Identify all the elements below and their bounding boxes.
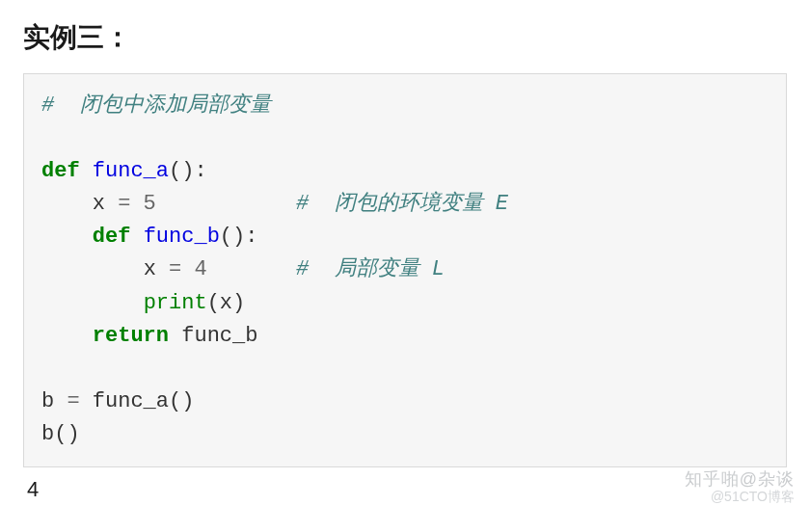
watermark-text: @51CTO博客 [711, 489, 795, 506]
code-var: x [220, 291, 232, 315]
code-op: = [118, 192, 130, 216]
code-comment: # 闭包中添加局部变量 [41, 93, 271, 118]
code-func-name: func_a [93, 159, 169, 183]
code-return-val: func_b [169, 324, 257, 348]
code-comment: # 闭包的环境变量 E [296, 192, 508, 216]
code-op: = [169, 257, 181, 281]
code-call: b() [41, 422, 80, 446]
code-colon: : [194, 159, 206, 183]
watermark-block: 知乎啪@杂谈 @51CTO博客 [23, 467, 795, 506]
code-call: func_a() [80, 389, 195, 413]
code-builtin-print: print [144, 291, 207, 315]
code-keyword-return: return [93, 324, 169, 348]
code-op: = [67, 389, 79, 413]
section-title: 实例三： [23, 19, 787, 56]
code-colon: : [245, 225, 257, 249]
code-var: x [144, 257, 169, 281]
watermark-text: 知乎啪@杂谈 [685, 467, 795, 491]
code-comment: # 局部变量 L [296, 257, 445, 281]
code-number: 5 [130, 192, 155, 216]
code-keyword-def: def [93, 225, 131, 249]
code-func-name: func_b [144, 225, 220, 249]
code-paren-open: ( [207, 291, 220, 315]
code-var: b [41, 389, 67, 413]
code-var: x [93, 192, 118, 216]
code-number: 4 [181, 257, 206, 281]
code-keyword-def: def [41, 159, 80, 183]
code-paren-close: ) [232, 291, 245, 315]
code-block: # 闭包中添加局部变量 def func_a(): x = 5 # 闭包的环境变… [23, 73, 787, 467]
code-parens: () [220, 225, 245, 249]
code-parens: () [169, 159, 194, 183]
